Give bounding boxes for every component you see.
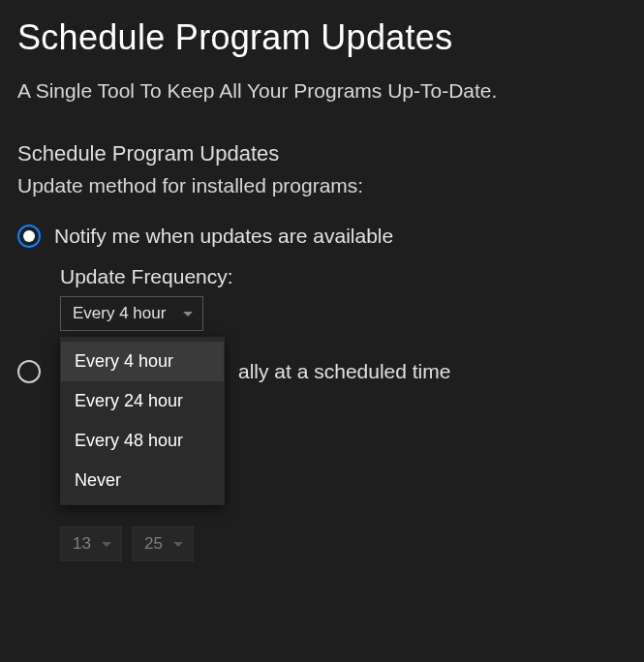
radio-label-notify: Notify me when updates are available — [54, 225, 393, 248]
radio-option-notify[interactable]: Notify me when updates are available — [17, 225, 627, 248]
radio-button-selected-icon — [17, 225, 41, 248]
time-selectors: 13 25 — [60, 527, 627, 561]
frequency-dropdown: Every 4 hour Every 24 hour Every 48 hour… — [60, 337, 225, 505]
time-minute-value: 25 — [144, 534, 163, 554]
time-hour-value: 13 — [73, 534, 91, 554]
frequency-option-4h[interactable]: Every 4 hour — [61, 342, 224, 381]
frequency-option-24h[interactable]: Every 24 hour — [61, 381, 224, 421]
frequency-select-value: Every 4 hour — [73, 304, 166, 323]
frequency-label: Update Frequency: — [60, 265, 627, 288]
frequency-select[interactable]: Every 4 hour — [60, 296, 203, 331]
frequency-option-48h[interactable]: Every 48 hour — [61, 421, 224, 461]
chevron-down-icon — [173, 542, 183, 547]
radio-button-unselected-icon — [17, 360, 41, 383]
time-minute-select: 25 — [132, 527, 194, 561]
radio-dot-icon — [23, 230, 35, 242]
chevron-down-icon — [183, 312, 193, 316]
frequency-option-never[interactable]: Never — [61, 461, 224, 500]
radio-label-scheduled-partial: ally at a scheduled time — [238, 360, 450, 383]
section-desc: Update method for installed programs: — [17, 174, 627, 197]
section-title: Schedule Program Updates — [17, 141, 627, 166]
chevron-down-icon — [102, 542, 111, 547]
time-hour-select: 13 — [60, 527, 122, 561]
page-subtitle: A Single Tool To Keep All Your Programs … — [17, 79, 627, 103]
page-title: Schedule Program Updates — [17, 17, 627, 58]
